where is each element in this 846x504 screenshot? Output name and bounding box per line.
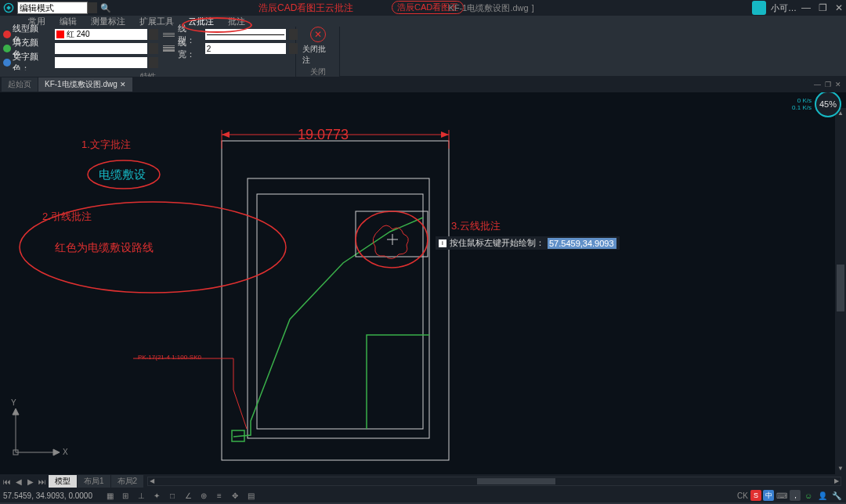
sr-ime-ch-icon[interactable]: 中 — [763, 490, 774, 501]
status-move-icon[interactable]: ✥ — [229, 490, 241, 501]
scroll-down-icon[interactable]: ▼ — [837, 465, 844, 473]
annot2-text: 红色为电缆敷设路线 — [55, 241, 154, 255]
window-title: 浩辰CAD看图王 KF-1电缆敷设图.dwg ] — [312, 2, 533, 14]
scroll-thumb[interactable] — [837, 265, 844, 311]
mode-dropdown-arrow-icon[interactable] — [88, 2, 97, 13]
drawing-canvas[interactable]: 0 K/s0.1 K/s 45% — [0, 92, 846, 474]
user-name: 小可… — [771, 2, 797, 14]
layout-tab-1[interactable]: 布局1 — [78, 475, 110, 488]
hscroll-thumb[interactable] — [477, 478, 555, 484]
svg-marker-8 — [441, 131, 449, 138]
status-ortho-icon[interactable]: ⊥ — [135, 490, 147, 501]
perf-circle: 45% — [815, 92, 841, 117]
svg-text:Y: Y — [11, 398, 16, 407]
draw-tooltip: i 按住鼠标左键开始绘制： — [436, 236, 620, 250]
line-color-value[interactable]: 红 240 — [55, 29, 147, 40]
linetype-icon — [163, 33, 175, 37]
linetype-value[interactable] — [205, 29, 286, 40]
status-snap-icon[interactable]: ⊞ — [119, 490, 132, 501]
lineweight-icon — [163, 45, 175, 52]
svg-rect-3 — [257, 194, 423, 429]
svg-line-18 — [233, 390, 247, 429]
horizontal-scrollbar[interactable]: ◀ ▶ — [147, 477, 841, 486]
sr-smile-icon[interactable]: ☺ — [802, 490, 815, 501]
status-dyn-icon[interactable]: ⊕ — [197, 490, 210, 501]
tab-scroll-last-icon[interactable]: ⏭ — [37, 476, 48, 487]
search-icon[interactable]: 🔍 — [100, 3, 111, 13]
text-color-bullet-icon — [3, 59, 11, 67]
menu-annot[interactable]: 批注 — [228, 16, 245, 27]
red-swatch-icon — [56, 31, 64, 38]
tab-start[interactable]: 起始页 — [2, 77, 38, 92]
hscroll-right-icon[interactable]: ▶ — [833, 477, 841, 485]
sr-person-icon[interactable]: 👤 — [816, 490, 829, 501]
annot1-number: 1.文字批注 — [81, 138, 131, 152]
tab-scroll-next-icon[interactable]: ▶ — [25, 476, 36, 487]
title-bar: 🔍 浩辰CAD看图王云批注 浩辰CAD看图王 浩辰CAD看图王 KF-1电缆敷设… — [0, 0, 846, 16]
menu-extend[interactable]: 扩展工具 — [139, 16, 174, 27]
restore-button[interactable]: ❐ — [819, 2, 827, 13]
tooltip-info-icon: i — [439, 239, 446, 247]
perf-up: 0 K/s — [792, 97, 812, 104]
fill-color-bullet-icon — [3, 45, 11, 52]
sub-window-controls: — ❐ ✕ — [814, 81, 841, 88]
sr-punct-icon[interactable]: ， — [790, 490, 801, 501]
sr-keyboard-icon[interactable]: ⌨ — [776, 490, 788, 501]
perf-down: 0.1 K/s — [792, 104, 812, 111]
sub-min-icon[interactable]: — — [814, 81, 821, 88]
sub-restore-icon[interactable]: ❐ — [825, 81, 831, 88]
svg-rect-10 — [356, 211, 428, 257]
perf-indicator: 0 K/s0.1 K/s 45% — [792, 92, 841, 117]
close-annot-label: 关闭批注 — [302, 44, 333, 66]
text-color-dropdown-icon[interactable] — [149, 57, 158, 68]
vertical-scrollbar[interactable]: ▲ ▼ — [835, 108, 846, 474]
status-track-icon[interactable]: ∠ — [182, 490, 194, 501]
status-polar-icon[interactable]: ✦ — [150, 490, 163, 501]
sr-ck-label: CK — [736, 490, 749, 501]
title-right: 小可… — ❐ ✕ — [752, 1, 843, 15]
tooltip-label: 按住鼠标左键开始绘制： — [450, 237, 544, 249]
annot2-number: 2.引线批注 — [42, 210, 92, 224]
svg-text:X: X — [63, 448, 68, 456]
tab-scroll-prev-icon[interactable]: ◀ — [13, 476, 24, 487]
svg-rect-2 — [248, 178, 429, 438]
tab-current-file-label: KF-1电缆敷设图.dwg — [45, 79, 118, 90]
small-red-label: PK-17(21-4 1:100-SK0 — [138, 354, 201, 361]
fill-color-dropdown-icon[interactable] — [149, 43, 158, 54]
text-color-value[interactable] — [55, 57, 147, 68]
close-annot-button[interactable]: ✕ — [310, 27, 326, 42]
document-tabs: 起始页 KF-1电缆敷设图.dwg ✕ — ❐ ✕ — [0, 77, 846, 92]
menu-measure[interactable]: 测量标注 — [91, 16, 125, 27]
close-button[interactable]: ✕ — [835, 2, 843, 13]
status-lwt-icon[interactable]: ≡ — [213, 490, 226, 501]
status-bar: 57.5459, 34.9093, 0.0000 ▦ ⊞ ⊥ ✦ □ ∠ ⊕ ≡… — [0, 488, 846, 502]
menu-edit[interactable]: 编辑 — [60, 16, 77, 27]
svg-marker-21 — [13, 409, 19, 415]
layout-tabs: ⏮ ◀ ▶ ⏭ 模型 布局1 布局2 ◀ ▶ — [0, 474, 846, 488]
user-avatar-icon[interactable] — [752, 1, 766, 15]
layout-tab-model[interactable]: 模型 — [49, 475, 77, 488]
main-menu: 常用 编辑 测量标注 扩展工具 云批注 批注 — [0, 16, 846, 27]
tab-scroll-first-icon[interactable]: ⏮ — [2, 476, 13, 487]
sr-tool-icon[interactable]: 🔧 — [830, 490, 843, 501]
tab-current-file[interactable]: KF-1电缆敷设图.dwg ✕ — [38, 77, 132, 92]
lineweight-label: 线宽： — [178, 37, 202, 60]
tab-close-icon[interactable]: ✕ — [120, 81, 126, 88]
status-osnap-icon[interactable]: □ — [166, 490, 179, 501]
layout-tab-2[interactable]: 布局2 — [111, 475, 144, 488]
mode-select[interactable] — [17, 2, 88, 14]
hscroll-left-icon[interactable]: ◀ — [148, 477, 156, 485]
svg-rect-1 — [222, 141, 449, 460]
lineweight-value[interactable]: 2 — [205, 43, 286, 54]
title-file-name: KF-1电缆敷设图.dwg — [449, 2, 529, 14]
line-color-bullet-icon — [3, 31, 11, 38]
fill-color-value[interactable] — [55, 43, 147, 54]
coord-input[interactable] — [548, 238, 616, 249]
status-coords: 57.5459, 34.9093, 0.0000 — [3, 491, 92, 500]
sub-close-icon[interactable]: ✕ — [835, 81, 841, 88]
line-color-dropdown-icon[interactable] — [149, 29, 158, 40]
status-grid-icon[interactable]: ▦ — [103, 490, 116, 501]
sr-sogou-icon[interactable]: S — [750, 490, 761, 501]
minimize-button[interactable]: — — [801, 2, 811, 13]
status-layer-icon[interactable]: ▤ — [244, 490, 257, 501]
